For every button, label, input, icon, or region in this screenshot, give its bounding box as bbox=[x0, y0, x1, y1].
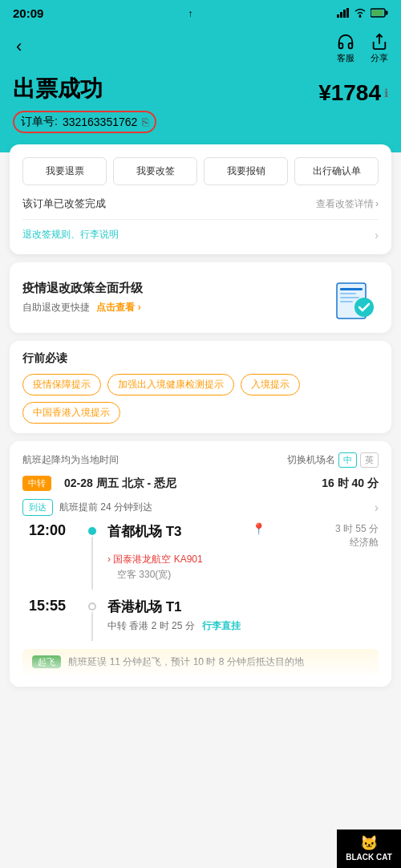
arrival-content: 香港机场 T1 中转 香港 2 时 25 分 行李直挂 bbox=[107, 598, 379, 641]
transfer-info: 中转 香港 2 时 25 分 行李直挂 bbox=[107, 619, 379, 633]
departure-time: 12:00 bbox=[29, 522, 66, 538]
flight-header: 航班起降均为当地时间 切换机场名 中 英 bbox=[22, 452, 379, 468]
arrival-badge-row[interactable]: 到达 航班提前 24 分钟到达 › bbox=[22, 499, 379, 516]
lang-cn-badge[interactable]: 中 bbox=[338, 452, 357, 468]
copy-icon[interactable]: ⎘ bbox=[142, 116, 148, 128]
price-value: ¥1784 bbox=[318, 80, 381, 106]
customer-service-button[interactable]: 客服 bbox=[337, 33, 354, 64]
svg-rect-10 bbox=[340, 288, 363, 290]
arrival-note: 航班提前 24 分钟到达 bbox=[59, 501, 152, 514]
chevron-right-icon: › bbox=[375, 229, 379, 241]
detail-link[interactable]: 查看改签详情 › bbox=[316, 197, 379, 211]
route-date: 02-28 周五 北京 - 悉尼 bbox=[64, 477, 176, 491]
main-card: 我要退票 我要改签 我要报销 出行确认单 该订单已改签完成 查看改签详情 › 退… bbox=[10, 144, 391, 254]
confirm-button[interactable]: 出行确认单 bbox=[294, 157, 379, 185]
share-button[interactable]: 分享 bbox=[371, 33, 388, 64]
duration-total: 16 时 40 分 bbox=[322, 477, 379, 491]
battery-icon bbox=[371, 7, 388, 20]
covid-card: 疫情退改政策全面升级 自助退改更快捷 点击查看 › bbox=[10, 262, 391, 333]
tag-pandemic[interactable]: 疫情保障提示 bbox=[22, 374, 101, 395]
svg-point-14 bbox=[354, 298, 374, 317]
must-read-title: 行前必读 bbox=[22, 351, 67, 364]
chevron-right-icon: › bbox=[375, 501, 379, 515]
covid-link[interactable]: 点击查看 › bbox=[96, 302, 140, 313]
ticket-success-title: 出票成功 bbox=[13, 74, 156, 104]
order-number-value: 332163351762 bbox=[63, 116, 137, 128]
arrival-time: 15:55 bbox=[29, 598, 66, 614]
signal-icon bbox=[337, 7, 350, 20]
info-icon[interactable]: ℹ bbox=[384, 87, 388, 99]
svg-rect-7 bbox=[372, 10, 383, 15]
svg-rect-1 bbox=[340, 12, 342, 18]
location-pin-icon: 📍 bbox=[252, 522, 265, 535]
timeline-line-2 bbox=[91, 612, 93, 641]
arrival-airport: 香港机场 T1 bbox=[107, 599, 182, 614]
departure-fade bbox=[22, 651, 379, 675]
svg-point-4 bbox=[359, 15, 362, 18]
aircraft-type: 空客 330(宽) bbox=[107, 568, 379, 582]
black-cat-watermark: 🐱 BLACK CAT bbox=[337, 829, 401, 868]
status-bar: 20:09 ↑ bbox=[0, 0, 401, 26]
departure-content: 首都机场 T3 📍 3 时 55 分 经济舱 › 国泰港龙航空 KA901 空客… bbox=[107, 522, 379, 590]
switch-lang-label: 切换机场名 bbox=[287, 453, 335, 467]
covid-subtitle: 自助退改更快捷 点击查看 › bbox=[22, 299, 143, 314]
departure-item: 12:00 首都机场 T3 📍 3 时 55 分 经济舱 › 国泰港龙航空 KA bbox=[29, 522, 379, 590]
covid-info: 疫情退改政策全面升级 自助退改更快捷 点击查看 › bbox=[22, 281, 143, 314]
svg-rect-11 bbox=[340, 293, 356, 294]
order-number-circle: 订单号: 332163351762 ⎘ bbox=[13, 111, 156, 133]
change-button[interactable]: 我要改签 bbox=[113, 157, 197, 185]
timeline-dot-col-1 bbox=[88, 522, 96, 590]
wifi-icon bbox=[354, 7, 367, 20]
tags-row: 疫情保障提示 加强出入境健康检测提示 入境提示 中国香港入境提示 bbox=[22, 374, 379, 424]
back-button[interactable]: ‹ bbox=[13, 33, 25, 60]
order-status-row: 该订单已改签完成 查看改签详情 › bbox=[22, 197, 379, 211]
transfer-badge: 中转 bbox=[22, 476, 51, 491]
policy-link[interactable]: 退改签规则、行李说明 bbox=[22, 228, 119, 241]
flight-section: 航班起降均为当地时间 切换机场名 中 英 中转 02-28 周五 北京 - 悉尼… bbox=[10, 441, 391, 687]
tag-hk-entry[interactable]: 中国香港入境提示 bbox=[22, 402, 120, 424]
direct-luggage-link[interactable]: 行李直挂 bbox=[202, 620, 241, 631]
status-text: 该订单已改签完成 bbox=[22, 197, 106, 211]
svg-rect-6 bbox=[386, 10, 388, 14]
chevron-right-icon: › bbox=[375, 198, 379, 209]
timeline-dot-col-2 bbox=[88, 598, 96, 641]
tag-health-check[interactable]: 加强出入境健康检测提示 bbox=[107, 374, 234, 395]
covid-title: 疫情退改政策全面升级 bbox=[22, 281, 143, 296]
tag-entry[interactable]: 入境提示 bbox=[241, 374, 300, 395]
black-cat-icon: 🐱 bbox=[343, 834, 395, 852]
time-note: 航班起降均为当地时间 bbox=[22, 453, 119, 467]
flight-duration: 3 时 55 分 bbox=[335, 522, 379, 536]
svg-rect-12 bbox=[340, 297, 359, 298]
flight-number: › 国泰港龙航空 KA901 bbox=[107, 553, 379, 566]
flight-timeline: 12:00 首都机场 T3 📍 3 时 55 分 经济舱 › 国泰港龙航空 KA bbox=[22, 522, 379, 641]
black-cat-text: BLACK CAT bbox=[343, 852, 395, 863]
share-icon bbox=[371, 33, 388, 52]
arrival-item: 15:55 香港机场 T1 中转 香港 2 时 25 分 行李直挂 bbox=[29, 598, 379, 641]
covid-icon bbox=[330, 274, 379, 322]
flight-class: 经济舱 bbox=[335, 536, 379, 550]
invoice-button[interactable]: 我要报销 bbox=[204, 157, 288, 185]
action-buttons: 我要退票 我要改签 我要报销 出行确认单 bbox=[22, 157, 379, 185]
status-time: 20:09 bbox=[13, 6, 43, 20]
lang-en-badge[interactable]: 英 bbox=[360, 452, 379, 468]
header: ‹ 客服 分享 bbox=[0, 26, 401, 64]
departure-dot bbox=[88, 527, 96, 535]
arrival-badge: 到达 bbox=[22, 499, 53, 516]
share-label: 分享 bbox=[371, 52, 388, 64]
departure-airport: 首都机场 T3 bbox=[107, 522, 182, 541]
order-row: 订单号: 332163351762 ⎘ bbox=[13, 111, 156, 133]
svg-rect-3 bbox=[346, 8, 349, 18]
switch-lang-button[interactable]: 切换机场名 中 英 bbox=[287, 452, 379, 468]
refund-button[interactable]: 我要退票 bbox=[22, 157, 107, 185]
location-icon: ↑ bbox=[188, 8, 192, 19]
status-icons bbox=[337, 7, 388, 20]
arrival-dot bbox=[88, 602, 96, 610]
timeline-line-1 bbox=[91, 537, 93, 590]
svg-rect-2 bbox=[343, 10, 346, 18]
customer-service-label: 客服 bbox=[337, 52, 354, 64]
departure-notice: 起飞 航班延误 11 分钟起飞，预计 10 时 8 分钟后抵达目的地 bbox=[22, 649, 379, 675]
order-label: 订单号: bbox=[21, 115, 58, 129]
svg-rect-0 bbox=[337, 14, 339, 18]
policy-row: 退改签规则、行李说明 › bbox=[22, 219, 379, 241]
hero-section: 出票成功 订单号: 332163351762 ⎘ ¥1784 ℹ bbox=[0, 64, 401, 152]
